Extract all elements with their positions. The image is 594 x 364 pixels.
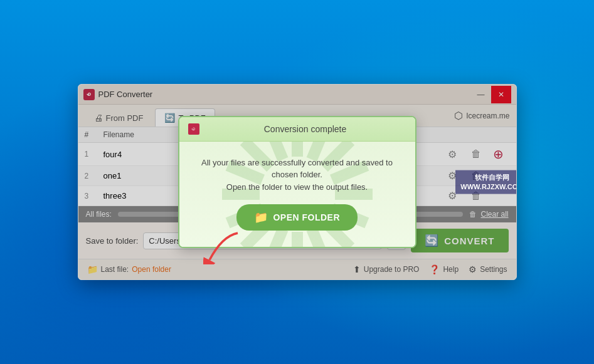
- open-folder-btn-label: OPEN FOLDER: [273, 212, 340, 222]
- modal-app-icon: ꩜: [188, 123, 199, 135]
- arrow-indicator: [203, 230, 247, 267]
- arrow-svg: [203, 230, 247, 264]
- modal-title: Conversion complete: [204, 124, 406, 134]
- app-window: ꩜ PDF Converter — ✕ 🖨 From PDF 🔄 To PDF …: [78, 84, 517, 280]
- folder-btn-icon: 📁: [254, 211, 268, 224]
- modal-header: ꩜ Conversion complete: [179, 117, 415, 142]
- modal-overlay: ꩜ Conversion complete: [78, 85, 516, 279]
- open-folder-button[interactable]: 📁 OPEN FOLDER: [236, 204, 358, 231]
- modal-message: All your files are successfully converte…: [192, 157, 403, 194]
- conversion-complete-modal: ꩜ Conversion complete: [178, 116, 416, 249]
